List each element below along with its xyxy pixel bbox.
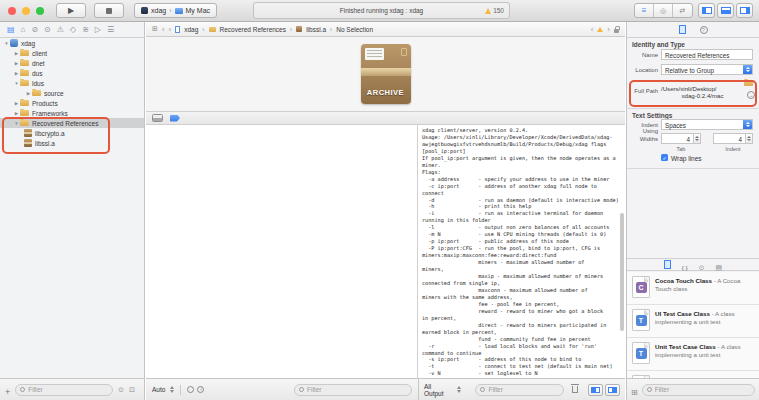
debug-console[interactable]: xdag client/server, version 0.2.4. Usage… xyxy=(419,125,625,378)
show-console-view-button[interactable] xyxy=(605,384,620,396)
console-scope-popup[interactable]: All Output xyxy=(424,383,451,397)
breadcrumb-group[interactable]: Recovered References xyxy=(220,26,286,33)
scheme-selector[interactable]: xdag › My Mac xyxy=(134,3,217,18)
tree-item-products[interactable]: ▶ Products xyxy=(0,98,144,108)
tab-width-field[interactable]: 4 xyxy=(661,133,694,144)
disclosure-icon[interactable]: ▼ xyxy=(3,41,10,46)
location-popup[interactable]: Relative to Group xyxy=(661,64,753,75)
indent-width-field[interactable]: 4 xyxy=(713,133,746,144)
disclosure-icon[interactable]: ▶ xyxy=(13,71,20,76)
forward-icon[interactable] xyxy=(169,25,172,34)
wrap-lines-checkbox[interactable] xyxy=(661,154,668,161)
add-button[interactable] xyxy=(5,381,10,399)
library-item[interactable]: C Cocoa Touch Class - A Cocoa Touch clas… xyxy=(627,272,759,305)
tab-width-stepper[interactable] xyxy=(694,133,701,144)
standard-editor-button[interactable] xyxy=(635,4,654,17)
source-control-navigator-icon[interactable]: ⌂ xyxy=(21,25,26,34)
disclosure-icon[interactable]: ▶ xyxy=(25,91,32,96)
open-in-finder-icon[interactable]: → xyxy=(747,91,755,99)
issue-warning-icon[interactable] xyxy=(597,27,603,32)
recent-files-icon[interactable]: ⊙ xyxy=(118,386,124,394)
source-control-status-icon[interactable]: ⊡ xyxy=(129,386,135,394)
run-button[interactable] xyxy=(56,3,86,18)
variables-filter-field[interactable] xyxy=(294,384,412,396)
console-scrollbar[interactable] xyxy=(620,213,624,331)
assistant-editor-button[interactable] xyxy=(654,4,673,17)
tree-item-project[interactable]: ▼ xdag xyxy=(0,38,144,48)
template-file-icon: T xyxy=(632,309,650,331)
issue-navigator-icon[interactable]: ⚠ xyxy=(57,25,64,34)
close-window-button[interactable] xyxy=(8,7,16,15)
related-items-icon[interactable] xyxy=(152,25,158,33)
disclosure-icon[interactable]: ▼ xyxy=(13,121,20,126)
memory-graph-icon[interactable] xyxy=(187,386,194,393)
breakpoints-toggle-icon[interactable] xyxy=(170,115,180,122)
indent-using-popup[interactable]: Spaces xyxy=(661,119,753,130)
tree-item-label: client xyxy=(32,50,47,57)
console-filter-field[interactable] xyxy=(475,384,564,396)
file-template-library-icon[interactable] xyxy=(664,260,671,269)
tree-item-libcrypto[interactable]: libcrypto.a xyxy=(0,128,144,138)
library-item[interactable]: T Unit Test Case Class - A class impleme… xyxy=(627,338,759,371)
variables-filter-input[interactable] xyxy=(307,386,407,393)
tree-item-dus[interactable]: ▶ dus xyxy=(0,68,144,78)
version-editor-button[interactable] xyxy=(673,4,692,17)
library-filter-input[interactable] xyxy=(655,386,750,393)
stop-button[interactable] xyxy=(94,3,124,18)
toggle-debug-area-button[interactable] xyxy=(717,3,734,18)
minimize-window-button[interactable] xyxy=(22,7,30,15)
indent-width-stepper[interactable] xyxy=(746,133,753,144)
tree-item-source[interactable]: ▶ source xyxy=(0,88,144,98)
tree-item-label: Recovered References xyxy=(32,120,98,127)
report-navigator-icon[interactable]: ☰ xyxy=(107,25,114,34)
navigator-filter-field[interactable] xyxy=(15,384,113,396)
disclosure-icon[interactable]: ▶ xyxy=(13,51,20,56)
previous-issue-icon[interactable] xyxy=(591,25,594,34)
hide-debug-area-icon[interactable] xyxy=(152,114,163,122)
disclosure-icon[interactable]: ▼ xyxy=(13,81,20,86)
toggle-navigator-button[interactable] xyxy=(698,3,715,18)
breadcrumb-project[interactable]: xdag xyxy=(184,26,198,33)
symbol-navigator-icon[interactable]: ⊘ xyxy=(31,25,38,34)
disclosure-icon[interactable]: ▶ xyxy=(13,61,20,66)
back-icon[interactable] xyxy=(162,25,165,34)
debug-navigator-icon[interactable]: ≋ xyxy=(82,25,89,34)
choose-folder-button[interactable] xyxy=(744,80,753,86)
clear-console-icon[interactable] xyxy=(572,386,578,393)
library-item[interactable] xyxy=(627,371,759,378)
name-field[interactable] xyxy=(661,49,753,60)
library-filter-field[interactable] xyxy=(642,384,755,396)
quick-help-icon[interactable]: ? xyxy=(700,26,708,34)
disclosure-icon[interactable]: ▶ xyxy=(13,111,20,116)
tree-item-ldus[interactable]: ▼ ldus xyxy=(0,78,144,88)
inspector-panel: ? Identity and Type Name Location Relati… xyxy=(626,22,759,400)
object-library-icon[interactable] xyxy=(699,256,705,274)
tree-item-dnet[interactable]: ▶ dnet xyxy=(0,58,144,68)
zoom-window-button[interactable] xyxy=(36,7,44,15)
library-item[interactable]: T UI Test Case Class - A class implement… xyxy=(627,305,759,338)
tree-item-libssl[interactable]: libssl.a xyxy=(0,138,144,148)
navigator-filter-input[interactable] xyxy=(28,386,108,393)
console-filter-input[interactable] xyxy=(488,386,559,393)
media-library-icon[interactable] xyxy=(716,256,723,274)
tree-item-client[interactable]: ▶ client xyxy=(0,48,144,58)
warning-badge[interactable]: 150 xyxy=(485,7,504,14)
toggle-inspector-button[interactable] xyxy=(736,3,753,18)
test-navigator-icon[interactable]: ◇ xyxy=(70,25,76,34)
code-snippet-library-icon[interactable] xyxy=(682,256,688,274)
next-issue-icon[interactable] xyxy=(607,25,610,34)
tree-item-frameworks[interactable]: ▶ Frameworks xyxy=(0,108,144,118)
project-navigator-icon[interactable]: ▤ xyxy=(7,25,15,34)
grid-view-icon[interactable] xyxy=(631,381,638,399)
info-icon[interactable]: i xyxy=(197,386,204,393)
variables-scope-popup[interactable]: Auto xyxy=(152,386,165,393)
disclosure-icon[interactable]: ▶ xyxy=(13,101,20,106)
breakpoint-navigator-icon[interactable]: ▷ xyxy=(95,25,101,34)
breadcrumb-selection[interactable]: No Selection xyxy=(336,26,373,33)
breadcrumb-file[interactable]: libssl.a xyxy=(306,26,326,33)
tree-item-recovered-references[interactable]: ▼ Recovered References xyxy=(0,118,144,128)
show-variables-view-button[interactable] xyxy=(588,384,603,396)
find-navigator-icon[interactable]: ⊙ xyxy=(44,25,51,34)
variables-view[interactable] xyxy=(146,125,418,378)
file-inspector-icon[interactable] xyxy=(679,25,686,34)
